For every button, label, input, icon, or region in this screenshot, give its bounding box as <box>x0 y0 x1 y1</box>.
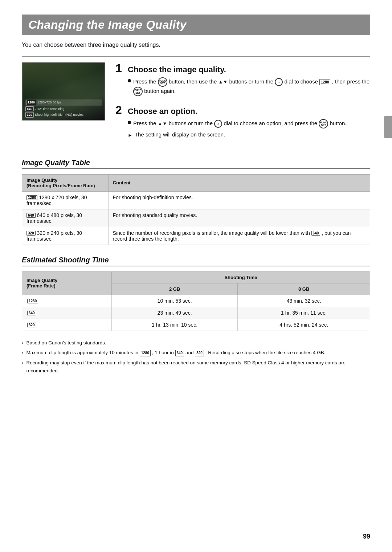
notes-section: • Based on Canon's testing standards. • … <box>22 339 370 375</box>
step-2: 2 Choose an option. Press the ▲▼ buttons… <box>115 104 370 139</box>
badge-1280-shooting: 1280 <box>27 299 38 303</box>
step-2-bullet-1: Press the ▲▼ buttons or turn the ○ dial … <box>128 119 370 128</box>
badge-640-inline: 640 <box>311 231 320 236</box>
quality-table-cell-640: 640 640 x 480 pixels, 30 frames/sec. <box>22 209 109 227</box>
note-2: • Maximum clip length is approximately 1… <box>22 349 370 357</box>
quality-table-content-1280: For shooting high-definition movies. <box>108 191 370 209</box>
badge-640-note: 640 <box>175 350 184 356</box>
quality-table-content-640: For shooting standard quality movies. <box>108 209 370 227</box>
step-1: 1 Choose the image quality. Press the FU… <box>115 62 370 96</box>
shooting-table-header-8gb: 8 GB <box>238 283 370 295</box>
table-row: 1280 10 min. 53 sec. 43 min. 32 sec. <box>22 295 370 307</box>
note-1-text: Based on Canon's testing standards. <box>26 339 106 347</box>
note-1: • Based on Canon's testing standards. <box>22 339 370 347</box>
shooting-table-header-quality: Image Quality(Frame Rate) <box>22 271 112 295</box>
note-bullet-1: • <box>22 340 24 347</box>
note-bullet-3: • <box>22 360 24 367</box>
arrow-icon: ► <box>128 132 132 139</box>
cam-row-640-text: 7'12" time remaining <box>35 107 64 111</box>
camera-screen: 1280 1280x720 30 fps 640 7'12" time rema… <box>22 62 105 120</box>
arrow-updown-2: ▲▼ <box>158 121 167 126</box>
step-1-number: 1 <box>115 62 124 74</box>
badge-320: 320 <box>26 231 36 236</box>
divider <box>22 56 370 57</box>
shooting-table-header-2gb: 2 GB <box>111 283 237 295</box>
step-2-bullet-2-text: The setting will display on the screen. <box>135 131 225 139</box>
bullet-dot-2 <box>128 121 131 124</box>
badge-640-shooting: 640 <box>27 311 36 315</box>
table-row: 1280 1280 x 720 pixels, 30 frames/sec. F… <box>22 191 370 209</box>
step-1-title: Choose the image quality. <box>128 65 226 74</box>
badge-1280-note: 1280 <box>140 350 151 356</box>
step-1-header: 1 Choose the image quality. <box>115 62 370 74</box>
step-2-content: Press the ▲▼ buttons or turn the ○ dial … <box>115 119 370 139</box>
step-1-content: Press the FUNCSET button, then use the ▲… <box>115 77 370 96</box>
arrow-updown-1: ▲▼ <box>218 79 228 85</box>
subtitle: You can choose between three image quali… <box>22 42 370 48</box>
cam-row-640: 640 7'12" time remaining <box>25 106 102 112</box>
func-set-icon-1: FUNCSET <box>158 77 167 87</box>
quality-table-header-col2: Content <box>108 174 370 191</box>
shooting-table-header-row-1: Image Quality(Frame Rate) Shooting Time <box>22 271 370 283</box>
shooting-table-header-time: Shooting Time <box>111 271 370 283</box>
page-number: 99 <box>363 533 370 540</box>
page-title: Changing the Image Quality <box>28 18 364 32</box>
image-quality-section: Image Quality Table Image Quality (Recor… <box>22 159 370 245</box>
badge-1280-inline: 1280 <box>319 79 330 85</box>
image-quality-title: Image Quality Table <box>22 159 370 169</box>
badge-1280: 1280 <box>26 195 37 200</box>
note-3: • Recording may stop even if the maximum… <box>22 359 370 375</box>
badge-320-shooting: 320 <box>27 323 36 327</box>
quality-table-header-row: Image Quality (Recording Pixels/Frame Ra… <box>22 174 370 191</box>
step-1-bullet-1-text: Press the FUNCSET button, then use the ▲… <box>133 77 370 96</box>
table-row: 640 640 x 480 pixels, 30 frames/sec. For… <box>22 209 370 227</box>
table-row: 320 1 hr. 13 min. 10 sec. 4 hrs. 52 min.… <box>22 319 370 331</box>
step-2-title: Choose an option. <box>128 107 197 116</box>
table-row: 320 320 x 240 pixels, 30 frames/sec. Sin… <box>22 227 370 245</box>
shooting-time-table: Image Quality(Frame Rate) Shooting Time … <box>22 271 370 331</box>
shooting-time-section: Estimated Shooting Time Image Quality(Fr… <box>22 256 370 331</box>
quality-table-header-col1: Image Quality (Recording Pixels/Frame Ra… <box>22 174 109 191</box>
shooting-table-badge-320: 320 <box>22 319 112 331</box>
note-3-text: Recording may stop even if the maximum c… <box>26 359 370 375</box>
sidebar-tab <box>384 116 392 138</box>
step-2-header: 2 Choose an option. <box>115 104 370 116</box>
shooting-table-8gb-320: 4 hrs. 52 min. 24 sec. <box>238 319 370 331</box>
shooting-table-2gb-320: 1 hr. 13 min. 10 sec. <box>111 319 237 331</box>
cam-badge-320: 320 <box>25 112 34 118</box>
dial-icon-1: ○ <box>275 78 283 86</box>
badge-320-note: 320 <box>195 350 204 356</box>
shooting-table-badge-1280: 1280 <box>22 295 112 307</box>
step-1-bullet-1: Press the FUNCSET button, then use the ▲… <box>128 77 370 96</box>
shooting-table-badge-640: 640 <box>22 307 112 319</box>
note-2-text: Maximum clip length is approximately 10 … <box>26 349 326 357</box>
shooting-table-8gb-1280: 43 min. 32 sec. <box>238 295 370 307</box>
table-row: 640 23 min. 49 sec. 1 hr. 35 min. 11 sec… <box>22 307 370 319</box>
quality-table-content-320: Since the number of recording pixels is … <box>108 227 370 245</box>
bullet-dot-1 <box>128 79 131 82</box>
note-bullet-2: • <box>22 349 24 357</box>
title-bar: Changing the Image Quality <box>22 15 370 35</box>
cam-row-1280-text: 1280x720 30 fps <box>37 100 62 105</box>
step-2-bullet-2: ► The setting will display on the screen… <box>128 131 370 139</box>
quality-table-cell-320: 320 320 x 240 pixels, 30 frames/sec. <box>22 227 109 245</box>
cam-row-320: 320 Shoot high definition (HD) movies <box>25 112 102 118</box>
func-set-icon-2: FUNCSET <box>133 87 143 96</box>
step-2-bullet-1-text: Press the ▲▼ buttons or turn the ○ dial … <box>133 119 346 128</box>
quality-table-cell-1280: 1280 1280 x 720 pixels, 30 frames/sec. <box>22 191 109 209</box>
shooting-table-2gb-640: 23 min. 49 sec. <box>111 307 237 319</box>
badge-640: 640 <box>26 213 36 218</box>
shooting-table-8gb-640: 1 hr. 35 min. 11 sec. <box>238 307 370 319</box>
dial-icon-2: ○ <box>214 120 222 128</box>
steps-column: 1 Choose the image quality. Press the FU… <box>115 62 370 147</box>
cam-badge-640: 640 <box>25 106 34 112</box>
cam-row-1280: 1280 1280x720 30 fps <box>25 99 102 106</box>
step-2-number: 2 <box>115 104 124 116</box>
func-set-icon-3: FUNCSET <box>319 119 328 128</box>
shooting-table-2gb-1280: 10 min. 53 sec. <box>111 295 237 307</box>
camera-screen-bg: 1280 1280x720 30 fps 640 7'12" time rema… <box>23 63 105 120</box>
intro-section: 1280 1280x720 30 fps 640 7'12" time rema… <box>22 62 370 147</box>
cam-badge-1280: 1280 <box>26 100 36 105</box>
cam-row-320-text: Shoot high definition (HD) movies <box>35 113 83 117</box>
camera-overlay: 1280 1280x720 30 fps 640 7'12" time rema… <box>23 63 105 120</box>
